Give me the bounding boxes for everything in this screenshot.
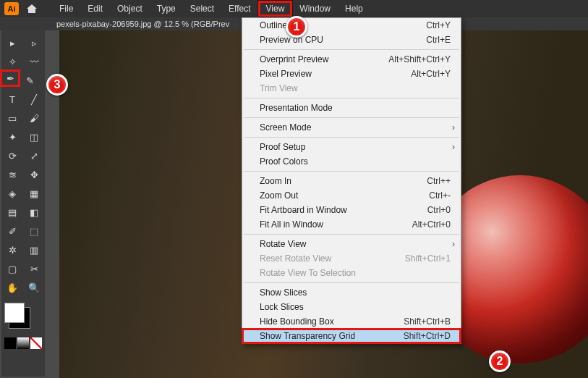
fill-stroke-swatch[interactable] <box>4 303 25 323</box>
menu-item-trim-view: Trim View <box>242 81 461 96</box>
menu-item-reset-rotate-view: Reset Rotate ViewShift+Ctrl+1 <box>242 251 461 266</box>
shape-builder-tool[interactable]: ◈ <box>2 185 22 202</box>
menu-item-show-slices[interactable]: Show Slices <box>242 285 461 300</box>
menu-type[interactable]: Type <box>150 1 183 17</box>
type-tool[interactable]: T <box>2 91 22 108</box>
curvature-tool[interactable]: ✎ <box>20 72 40 89</box>
menu-item-shortcut: Ctrl+- <box>429 190 451 201</box>
mesh-tool[interactable]: ▤ <box>2 203 22 221</box>
blend-tool[interactable]: ⬚ <box>24 222 44 240</box>
menu-help[interactable]: Help <box>338 1 370 17</box>
menu-item-label: Show Slices <box>260 287 307 298</box>
home-icon[interactable] <box>25 1 39 16</box>
menu-item-rotate-view-to-selection: Rotate View To Selection <box>242 266 461 280</box>
menu-item-shortcut: Alt+Ctrl+0 <box>412 219 451 230</box>
gradient-tool[interactable]: ◧ <box>24 203 44 221</box>
menu-item-label: Lock Slices <box>260 302 304 312</box>
menu-item-label: Pixel Preview <box>260 69 312 79</box>
perspective-tool[interactable]: ▦ <box>24 185 44 202</box>
menu-item-proof-setup[interactable]: Proof Setup <box>242 140 461 154</box>
graph-tool[interactable]: ▥ <box>24 241 44 259</box>
menu-item-label: Screen Mode <box>260 122 311 133</box>
menu-item-overprint-preview[interactable]: Overprint PreviewAlt+Shift+Ctrl+Y <box>242 52 461 67</box>
menu-item-label: Outline <box>260 20 287 30</box>
menu-item-screen-mode[interactable]: Screen Mode <box>242 120 461 135</box>
menu-item-zoom-out[interactable]: Zoom OutCtrl+- <box>242 188 461 203</box>
direct-selection-tool[interactable]: ▹ <box>24 34 44 51</box>
menu-separator <box>244 117 459 118</box>
app-logo: Ai <box>4 2 19 15</box>
swatch-solid[interactable] <box>4 337 16 349</box>
menu-item-proof-colors[interactable]: Proof Colors <box>242 154 461 169</box>
menu-separator <box>244 282 459 283</box>
rectangle-tool[interactable]: ▭ <box>2 109 22 127</box>
menu-item-label: Proof Colors <box>260 156 308 167</box>
menu-item-label: Fit Artboard in Window <box>260 205 347 215</box>
menu-file[interactable]: File <box>52 1 80 17</box>
menu-separator <box>244 234 459 235</box>
menu-separator <box>244 171 459 172</box>
line-tool[interactable]: ╱ <box>24 91 44 108</box>
menu-item-label: Fit All in Window <box>260 219 323 230</box>
callout-3: 3 <box>46 74 68 96</box>
eyedropper-tool[interactable]: ✐ <box>2 222 22 240</box>
menu-bar: File Edit Object Type Select Effect View… <box>52 1 370 17</box>
menu-item-lock-slices[interactable]: Lock Slices <box>242 300 461 314</box>
slice-tool[interactable]: ✂ <box>24 260 44 277</box>
menu-item-label: Zoom Out <box>260 190 298 201</box>
selection-tool[interactable]: ▸ <box>2 34 22 51</box>
paintbrush-tool[interactable]: 🖌 <box>24 109 44 127</box>
menu-item-label: Hide Bounding Box <box>260 316 334 327</box>
tool-panel: ▸▹ ✧〰 ✒✎ T╱ ▭🖌 ✦◫ ⟳⤢ ≋✥ ◈▦ ▤◧ ✐⬚ ✲▥ ▢✂ ✋… <box>1 30 45 377</box>
menu-item-label: Reset Rotate View <box>260 253 331 264</box>
swatch-none[interactable] <box>30 337 42 349</box>
menu-item-shortcut: Ctrl+0 <box>427 205 451 215</box>
menu-item-shortcut: Shift+Ctrl+B <box>404 316 451 327</box>
menu-item-pixel-preview[interactable]: Pixel PreviewAlt+Ctrl+Y <box>242 67 461 81</box>
lasso-tool[interactable]: 〰 <box>24 53 44 70</box>
callout-1: 1 <box>286 16 307 38</box>
menu-window[interactable]: Window <box>292 1 338 17</box>
menu-edit[interactable]: Edit <box>80 1 110 17</box>
menu-item-label: Trim View <box>260 83 298 93</box>
menu-item-shortcut: Ctrl+Y <box>426 20 451 30</box>
eraser-tool[interactable]: ◫ <box>24 128 44 146</box>
menu-item-shortcut: Shift+Ctrl+1 <box>405 253 451 264</box>
menu-item-fit-all-in-window[interactable]: Fit All in WindowAlt+Ctrl+0 <box>242 217 461 232</box>
magic-wand-tool[interactable]: ✧ <box>2 53 22 70</box>
menu-item-hide-bounding-box[interactable]: Hide Bounding BoxShift+Ctrl+B <box>242 314 461 329</box>
width-tool[interactable]: ≋ <box>2 166 22 183</box>
zoom-tool[interactable]: 🔍 <box>24 279 44 296</box>
menu-item-shortcut: Ctrl+E <box>426 35 451 45</box>
menu-item-outline[interactable]: OutlineCtrl+Y <box>242 18 461 33</box>
menu-effect[interactable]: Effect <box>221 1 257 17</box>
menu-item-shortcut: Shift+Ctrl+D <box>404 331 451 341</box>
hand-tool[interactable]: ✋ <box>2 279 22 296</box>
menu-select[interactable]: Select <box>183 1 221 17</box>
symbol-sprayer-tool[interactable]: ✲ <box>2 241 22 259</box>
artboard-tool[interactable]: ▢ <box>2 260 22 277</box>
menu-item-presentation-mode[interactable]: Presentation Mode <box>242 101 461 115</box>
menu-item-label: Show Transparency Grid <box>260 331 355 341</box>
menu-separator <box>244 49 459 50</box>
menu-item-label: Rotate View To Selection <box>260 268 356 278</box>
menu-separator <box>244 137 459 138</box>
menu-item-show-transparency-grid[interactable]: Show Transparency GridShift+Ctrl+D <box>242 329 461 343</box>
pen-tool[interactable]: ✒ <box>0 70 20 87</box>
menu-item-shortcut: Alt+Shift+Ctrl+Y <box>388 54 451 64</box>
menu-item-zoom-in[interactable]: Zoom InCtrl++ <box>242 174 461 188</box>
menu-item-preview-on-cpu[interactable]: Preview on CPUCtrl+E <box>242 33 461 47</box>
scale-tool[interactable]: ⤢ <box>24 147 44 164</box>
top-menubar: Ai File Edit Object Type Select Effect V… <box>0 0 588 17</box>
menu-view[interactable]: View <box>258 1 293 17</box>
menu-object[interactable]: Object <box>110 1 150 17</box>
menu-item-label: Presentation Mode <box>260 103 333 113</box>
menu-item-rotate-view[interactable]: Rotate View <box>242 237 461 251</box>
shaper-tool[interactable]: ✦ <box>2 128 22 146</box>
view-menu-dropdown: OutlineCtrl+YPreview on CPUCtrl+EOverpri… <box>242 17 461 344</box>
color-swatches[interactable] <box>1 303 45 349</box>
menu-item-fit-artboard-in-window[interactable]: Fit Artboard in WindowCtrl+0 <box>242 203 461 217</box>
rotate-tool[interactable]: ⟳ <box>2 147 22 164</box>
free-transform-tool[interactable]: ✥ <box>24 166 44 183</box>
swatch-gradient[interactable] <box>17 337 29 349</box>
